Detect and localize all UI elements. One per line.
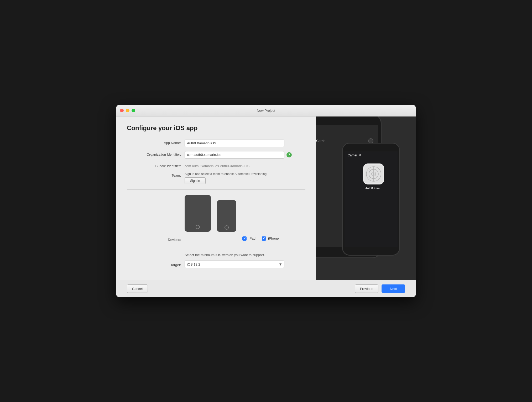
left-panel: Configure your iOS app App Name: Organiz…	[116, 117, 316, 280]
ipad-checkbox[interactable]: ✓	[242, 236, 247, 241]
target-select[interactable]: iOS 13.2 iOS 13.0 iOS 12.4	[185, 261, 284, 268]
target-row: Target: iOS 13.2 iOS 13.0 iOS 12.4 ▼	[127, 261, 305, 268]
iphone-preview	[217, 200, 236, 232]
devices-label: Devices:	[127, 236, 185, 242]
target-select-wrap: iOS 13.2 iOS 13.0 iOS 12.4 ▼	[185, 261, 284, 268]
devices-row: Devices: ✓ iPad ✓ iPhone	[127, 236, 305, 242]
iphone-label: iPhone	[268, 236, 279, 240]
app-icon-container: Auth0.Xam...	[345, 158, 398, 190]
org-id-label: Organization Identifier:	[127, 151, 185, 156]
titlebar: New Project	[116, 105, 416, 117]
status-bar: Carrier ⊜	[345, 151, 398, 158]
minimize-button[interactable]	[126, 109, 129, 112]
next-button[interactable]: Next	[382, 284, 405, 293]
app-icon-svg	[364, 165, 383, 183]
cancel-button[interactable]: Cancel	[127, 284, 148, 293]
carrier-back-label: Carrie	[316, 139, 325, 143]
target-section: Select the minimum iOS version you want …	[127, 252, 305, 268]
org-id-input[interactable]	[185, 151, 284, 158]
iphone-check-icon: ✓	[263, 237, 265, 240]
team-section: Sign in and select a team to enable Auto…	[185, 172, 267, 184]
app-name-input[interactable]	[185, 140, 284, 147]
app-name-label: App Name:	[127, 140, 185, 145]
content-area: Configure your iOS app App Name: Organiz…	[116, 117, 416, 280]
bundle-id-value: com.auth0.xamarin.ios.Auth0-Xamarin-iOS	[185, 163, 249, 168]
window-title: New Project	[257, 109, 275, 113]
app-display-name: Auth0.Xam...	[365, 187, 382, 190]
app-name-row: App Name:	[127, 140, 305, 147]
wifi-icon: ⊜	[359, 154, 361, 157]
divider-2	[127, 247, 305, 247]
form-section: App Name: Organization Identifier: ? Bun…	[127, 140, 305, 272]
target-description: Select the minimum iOS version you want …	[185, 252, 305, 258]
devices-checkboxes: ✓ iPad ✓ iPhone	[242, 236, 279, 241]
page-title: Configure your iOS app	[127, 124, 305, 132]
navigation-buttons: Previous Next	[355, 284, 405, 293]
app-icon	[363, 163, 384, 184]
bundle-id-label: Bundle Identifier:	[127, 163, 185, 168]
main-window: New Project Configure your iOS app App N…	[116, 105, 416, 297]
bundle-id-row: Bundle Identifier: com.auth0.xamarin.ios…	[127, 163, 305, 168]
footer: Cancel Previous Next	[116, 280, 416, 297]
maximize-button[interactable]	[132, 109, 135, 112]
org-id-row: Organization Identifier: ?	[127, 151, 305, 158]
iphone-checkbox-item: ✓ iPhone	[262, 236, 279, 241]
org-id-field-group: ?	[185, 151, 292, 158]
target-label: Target:	[127, 262, 185, 267]
team-label: Team:	[127, 172, 185, 177]
iphone-home-button	[225, 225, 229, 230]
ipad-check-icon: ✓	[243, 237, 246, 240]
team-description: Sign in and select a team to enable Auto…	[185, 172, 267, 176]
carrier-front-label: Carrier	[348, 154, 357, 157]
ipad-checkbox-item: ✓ iPad	[242, 236, 255, 241]
divider-1	[127, 189, 305, 190]
help-icon[interactable]: ?	[286, 152, 292, 157]
close-button[interactable]	[120, 109, 124, 112]
ipad-home-button	[196, 225, 200, 229]
window-controls	[120, 109, 135, 112]
previous-button[interactable]: Previous	[355, 284, 378, 293]
ipad-preview	[185, 195, 211, 232]
iphone-checkbox[interactable]: ✓	[262, 236, 266, 241]
sign-in-button[interactable]: Sign In	[185, 177, 206, 184]
right-panel: Carrie Carrier ⊜	[316, 117, 416, 280]
team-row: Team: Sign in and select a team to enabl…	[127, 172, 305, 184]
ipad-label: iPad	[249, 236, 255, 240]
iphone-front: Carrier ⊜	[342, 143, 400, 256]
phone-screen-front: Carrier ⊜	[345, 151, 398, 247]
device-previews	[185, 195, 305, 232]
